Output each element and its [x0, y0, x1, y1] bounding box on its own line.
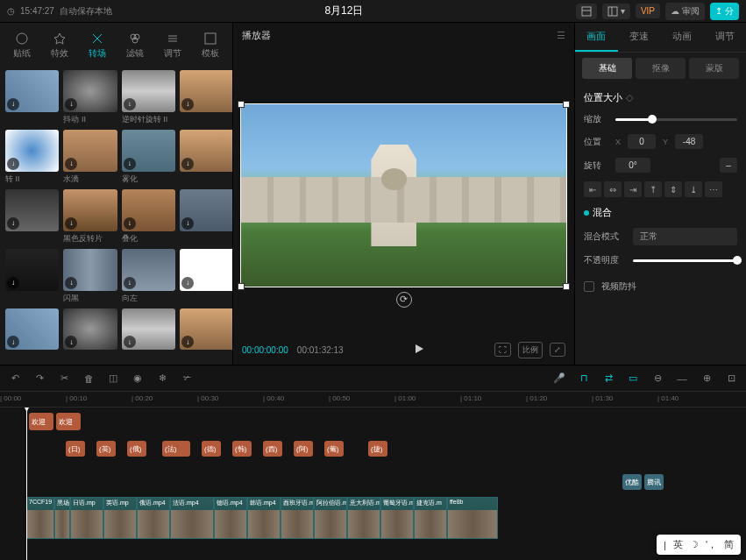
- subtab-keying[interactable]: 抠像: [636, 58, 686, 79]
- video-clip[interactable]: 法语.mp4: [170, 497, 214, 539]
- video-clip[interactable]: 西班牙语.m: [281, 497, 314, 539]
- download-icon[interactable]: ↓: [7, 336, 19, 348]
- download-icon[interactable]: ↓: [65, 336, 77, 348]
- tab-adjust2[interactable]: 调节: [703, 23, 746, 52]
- video-clip[interactable]: 韩语.mp4: [247, 497, 281, 539]
- reset-transform-icon[interactable]: ⟳: [396, 292, 412, 308]
- undo-button[interactable]: ↶: [7, 371, 23, 386]
- zoom-fit-button[interactable]: ⊡: [723, 371, 739, 386]
- handle-bottom-left[interactable]: [238, 283, 245, 290]
- ratio-button[interactable]: 比例: [518, 342, 543, 358]
- pos-x-input[interactable]: 0: [628, 134, 656, 149]
- video-track[interactable]: 7CCF19黑场日语.mp英语.mp俄语.mp4法语.mp4德语.mp4韩语.m…: [26, 497, 746, 539]
- video-clip[interactable]: 意大利语.m: [347, 497, 380, 539]
- redo-button[interactable]: ↷: [32, 371, 47, 386]
- download-icon[interactable]: ↓: [7, 217, 19, 230]
- subtitle-clip[interactable]: (韩): [232, 441, 252, 457]
- tab-speed[interactable]: 变速: [618, 23, 661, 52]
- transition-thumb[interactable]: ↓: [180, 189, 232, 243]
- text-clip[interactable]: 欢迎: [29, 413, 53, 430]
- download-icon[interactable]: ↓: [65, 217, 77, 230]
- timeline-tracks[interactable]: 欢迎欢迎 (日)(英)(俄)(法)(德)(韩)(西)(阿)(葡)(捷) 优酷腾讯…: [0, 408, 746, 560]
- stabilize-checkbox[interactable]: [584, 281, 594, 292]
- download-icon[interactable]: ↓: [124, 336, 136, 348]
- transition-thumb[interactable]: ↓水滴: [63, 130, 117, 185]
- align-hcenter[interactable]: ⇔: [604, 181, 622, 197]
- subtitle-track[interactable]: (日)(英)(俄)(法)(德)(韩)(西)(阿)(葡)(捷): [26, 441, 746, 457]
- timeline-ruler[interactable]: | 00:00| 00:10| 00:20| 00:30| 00:40| 00:…: [0, 392, 746, 408]
- download-icon[interactable]: ↓: [181, 158, 194, 170]
- pos-y-input[interactable]: -48: [675, 134, 703, 149]
- subtitle-clip[interactable]: (德): [202, 441, 221, 457]
- download-icon[interactable]: ↓: [181, 277, 194, 289]
- download-icon[interactable]: ↓: [181, 336, 194, 348]
- tab-effects[interactable]: 特效: [41, 26, 77, 65]
- transition-thumb[interactable]: ↓: [5, 308, 59, 362]
- rotate-reset[interactable]: –: [720, 158, 737, 173]
- ime-indicator[interactable]: | 英 ☽ '， 简: [657, 535, 741, 555]
- split-button[interactable]: ✂: [56, 371, 72, 386]
- zoom-out-button[interactable]: ⊖: [650, 371, 665, 386]
- transition-thumb[interactable]: ↓: [180, 130, 232, 183]
- text-clip[interactable]: 欢迎: [56, 413, 81, 430]
- tab-template[interactable]: 模板: [193, 26, 229, 65]
- download-icon[interactable]: ↓: [124, 277, 136, 289]
- fullscreen-button[interactable]: ⤢: [550, 343, 565, 357]
- opacity-slider[interactable]: [633, 259, 737, 262]
- download-icon[interactable]: ↓: [7, 277, 19, 289]
- text-track[interactable]: 欢迎欢迎: [26, 413, 746, 430]
- handle-top-right[interactable]: [563, 101, 570, 108]
- rotate-input[interactable]: 0°: [615, 158, 650, 173]
- player-canvas[interactable]: ⟳: [233, 47, 574, 335]
- player-menu-icon[interactable]: ☰: [557, 30, 565, 41]
- layout-button[interactable]: [576, 4, 597, 19]
- video-clip[interactable]: 葡萄牙语.m: [380, 497, 414, 539]
- video-frame[interactable]: ⟳: [240, 103, 567, 287]
- transition-thumb[interactable]: ↓向左: [122, 249, 175, 304]
- fullframe-button[interactable]: ⛶: [494, 343, 511, 357]
- transition-thumb[interactable]: ↓逆时针旋转 II: [122, 70, 175, 125]
- tab-animation[interactable]: 动画: [661, 23, 704, 52]
- subtab-mask[interactable]: 蒙版: [689, 58, 739, 79]
- preview-button[interactable]: ▭: [625, 371, 641, 386]
- subtitle-clip[interactable]: (日): [66, 441, 85, 457]
- transition-thumb[interactable]: ↓闪黑: [63, 249, 117, 304]
- video-clip[interactable]: 7CCF19: [26, 497, 54, 539]
- align-vcenter[interactable]: ⇕: [664, 181, 682, 197]
- tab-adjust[interactable]: 调节: [155, 26, 191, 65]
- share-button[interactable]: ↥ 分: [710, 3, 739, 20]
- tab-canvas[interactable]: 画面: [575, 23, 618, 52]
- align-right[interactable]: ⇥: [624, 181, 642, 197]
- download-icon[interactable]: ↓: [65, 277, 77, 289]
- transition-thumb[interactable]: ↓叠化: [122, 189, 175, 245]
- download-icon[interactable]: ↓: [124, 98, 136, 110]
- transition-thumb[interactable]: ↓黑色反转片: [63, 189, 117, 245]
- transition-thumb[interactable]: ↓: [5, 189, 59, 243]
- video-clip[interactable]: 阿拉伯语.m: [314, 497, 347, 539]
- zoom-slider[interactable]: —: [674, 371, 690, 386]
- ime-moon-icon[interactable]: ☽: [690, 539, 699, 550]
- transition-thumb[interactable]: ↓: [180, 70, 232, 124]
- align-top[interactable]: ⤒: [644, 181, 662, 197]
- playhead[interactable]: [26, 408, 27, 560]
- link-button[interactable]: ⇄: [600, 371, 616, 386]
- subtitle-clip[interactable]: (葡): [324, 441, 344, 457]
- select-button[interactable]: ◫: [105, 371, 121, 386]
- scale-slider[interactable]: [615, 118, 737, 121]
- freeze-button[interactable]: ❄: [154, 371, 170, 386]
- transition-thumb[interactable]: ↓抖动 II: [63, 70, 117, 125]
- download-icon[interactable]: ↓: [124, 217, 136, 230]
- handle-top-left[interactable]: [238, 101, 245, 108]
- subtitle-clip[interactable]: (法): [162, 441, 190, 457]
- transition-thumb[interactable]: ↓: [63, 308, 117, 362]
- ime-lang[interactable]: 英: [673, 538, 683, 551]
- subtitle-clip[interactable]: (俄): [127, 441, 146, 457]
- transition-thumb[interactable]: ↓雾化: [122, 130, 175, 185]
- video-clip[interactable]: ffe8b: [447, 497, 498, 539]
- delete-button[interactable]: 🗑: [81, 371, 96, 386]
- transition-thumb[interactable]: ↓: [180, 249, 232, 302]
- video-clip[interactable]: 英语.mp: [103, 497, 137, 539]
- marker-track[interactable]: 优酷腾讯: [26, 474, 746, 490]
- download-icon[interactable]: ↓: [181, 98, 194, 110]
- ime-mode[interactable]: 简: [724, 538, 734, 551]
